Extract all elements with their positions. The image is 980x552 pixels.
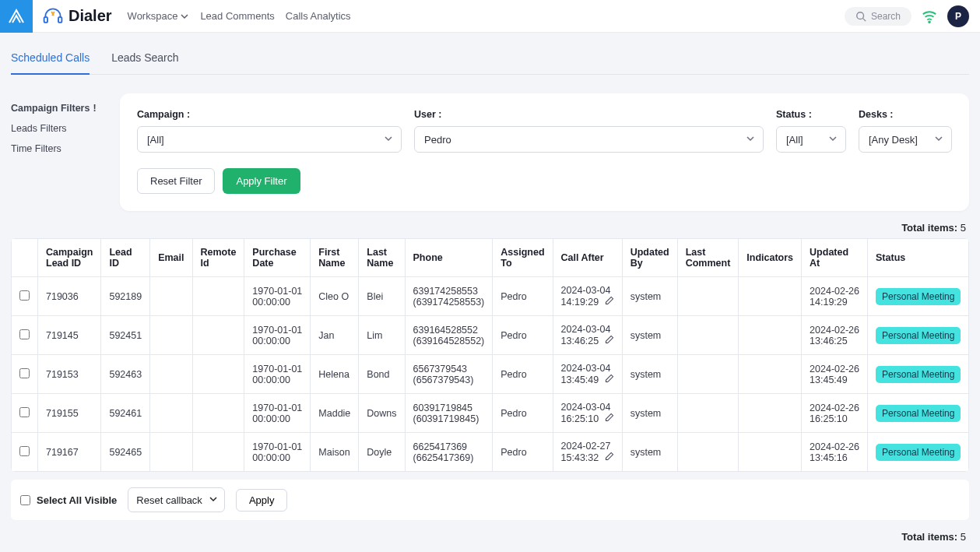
tab-leads-search[interactable]: Leads Search	[111, 44, 178, 74]
status-select-value: [All]	[786, 134, 803, 146]
filter-status: Status : [All]	[776, 109, 846, 153]
wifi-icon	[921, 8, 938, 25]
total-items-label: Total items:	[901, 222, 957, 234]
filter-card: Campaign : [All] User : Pedro Status :	[120, 93, 969, 211]
cell-status: Personal Meeting	[868, 433, 969, 472]
page: Scheduled Calls Leads Search Campaign Fi…	[0, 33, 980, 552]
col-last-comment: Last Comment	[677, 239, 739, 277]
cell-campaign-lead-id: 719153	[38, 355, 101, 394]
row-checkbox[interactable]	[19, 329, 30, 339]
status-select[interactable]: [All]	[776, 126, 846, 153]
side-filter-time[interactable]: Time Filters	[11, 139, 104, 159]
cell-lead-id: 592189	[101, 277, 150, 316]
table-header-row: Campaign Lead ID Lead ID Email Remote Id…	[12, 239, 970, 277]
col-email: Email	[150, 239, 192, 277]
apply-filter-button[interactable]: Apply Filter	[223, 168, 300, 194]
edit-icon[interactable]	[605, 453, 614, 462]
filter-row: Campaign : [All] User : Pedro Status :	[137, 109, 952, 153]
reset-filter-button[interactable]: Reset Filter	[137, 168, 215, 194]
cell-remote-id	[192, 316, 244, 355]
side-filter-leads[interactable]: Leads Filters	[11, 118, 104, 139]
tab-scheduled-calls[interactable]: Scheduled Calls	[11, 44, 90, 75]
search-icon	[855, 11, 866, 22]
cell-indicators	[739, 394, 802, 433]
campaign-label: Campaign :	[137, 109, 402, 120]
col-status: Status	[868, 239, 969, 277]
row-checkbox[interactable]	[19, 446, 30, 456]
cell-updated-by: system	[622, 355, 677, 394]
brand: Dialer	[33, 5, 121, 27]
cell-updated-by: system	[622, 433, 677, 472]
app-logo-box[interactable]	[0, 0, 33, 33]
bulk-action-value: Reset callback	[136, 494, 202, 506]
filter-buttons: Reset Filter Apply Filter	[137, 168, 952, 194]
cell-remote-id	[192, 355, 244, 394]
select-all-visible[interactable]: Select All Visible	[20, 494, 117, 506]
col-campaign-lead-id: Campaign Lead ID	[38, 239, 101, 277]
side-filter-campaign[interactable]: Campaign Filters !	[11, 98, 104, 118]
total-items-value: 5	[961, 222, 966, 234]
brand-text: Dialer	[68, 7, 112, 25]
cell-indicators	[739, 355, 802, 394]
cell-updated-at: 2024-02-2616:25:10	[802, 394, 868, 433]
status-badge: Personal Meeting	[876, 366, 961, 383]
chevron-down-icon	[209, 494, 218, 506]
campaign-select[interactable]: [All]	[137, 126, 402, 153]
cell-campaign-lead-id: 719036	[38, 277, 101, 316]
cell-purchase-date: 1970-01-0100:00:00	[244, 394, 311, 433]
cell-last-name: Blei	[359, 277, 405, 316]
col-assigned-to: Assigned To	[493, 239, 553, 277]
nav-workspace[interactable]: Workspace	[128, 10, 190, 22]
filter-user: User : Pedro	[414, 109, 764, 153]
col-remote-id: Remote Id	[192, 239, 244, 277]
avatar[interactable]: P	[947, 5, 969, 27]
table-row: 7191555924611970-01-0100:00:00MaddieDown…	[12, 394, 970, 433]
edit-icon[interactable]	[605, 375, 614, 385]
cell-updated-at: 2024-02-2613:46:25	[802, 316, 868, 355]
edit-icon[interactable]	[605, 414, 614, 424]
nav-workspace-label: Workspace	[128, 10, 178, 22]
user-label: User :	[414, 109, 764, 120]
bulk-action-select[interactable]: Reset callback	[128, 487, 225, 512]
select-all-checkbox[interactable]	[20, 495, 30, 505]
cell-email	[150, 394, 192, 433]
col-call-after: Call After	[553, 239, 622, 277]
row-checkbox[interactable]	[19, 290, 30, 301]
bulk-action-bar: Select All Visible Reset callback Apply	[11, 480, 969, 520]
cell-first-name: Cleo O	[311, 277, 359, 316]
user-select[interactable]: Pedro	[414, 126, 764, 153]
top-navbar: Dialer Workspace Lead Comments Calls Ana…	[0, 0, 980, 33]
table-row: 7191455924511970-01-0100:00:00JanLim6391…	[12, 316, 970, 355]
chevron-down-icon	[934, 134, 943, 146]
bulk-apply-button[interactable]: Apply	[236, 489, 288, 512]
cell-email	[150, 277, 192, 316]
col-indicators: Indicators	[739, 239, 802, 277]
edit-icon[interactable]	[605, 336, 614, 346]
cell-assigned-to: Pedro	[493, 277, 553, 316]
row-checkbox[interactable]	[19, 368, 30, 378]
table-row: 7190365921891970-01-0100:00:00Cleo OBlei…	[12, 277, 970, 316]
chevron-down-icon	[180, 12, 189, 21]
status-badge: Personal Meeting	[876, 405, 961, 422]
cell-last-name: Doyle	[359, 433, 405, 472]
edit-icon[interactable]	[605, 297, 614, 307]
svg-point-3	[929, 21, 930, 23]
cell-email	[150, 433, 192, 472]
svg-rect-0	[44, 16, 47, 22]
search-button[interactable]: Search	[845, 7, 912, 26]
nav-lead-comments[interactable]: Lead Comments	[200, 10, 274, 22]
cell-last-name: Downs	[359, 394, 405, 433]
desks-label: Desks :	[859, 109, 952, 120]
cell-campaign-lead-id: 719167	[38, 433, 101, 472]
cell-last-comment	[677, 355, 739, 394]
avatar-letter: P	[955, 11, 961, 22]
content-row: Campaign Filters ! Leads Filters Time Fi…	[11, 93, 969, 211]
row-checkbox[interactable]	[19, 407, 30, 417]
col-last-name: Last Name	[359, 239, 405, 277]
user-select-value: Pedro	[424, 134, 451, 146]
desks-select[interactable]: [Any Desk]	[859, 126, 952, 153]
col-purchase-date: Purchase Date	[244, 239, 311, 277]
nav-calls-analytics[interactable]: Calls Analytics	[286, 10, 351, 22]
cell-purchase-date: 1970-01-0100:00:00	[244, 433, 311, 472]
cell-updated-by: system	[622, 394, 677, 433]
